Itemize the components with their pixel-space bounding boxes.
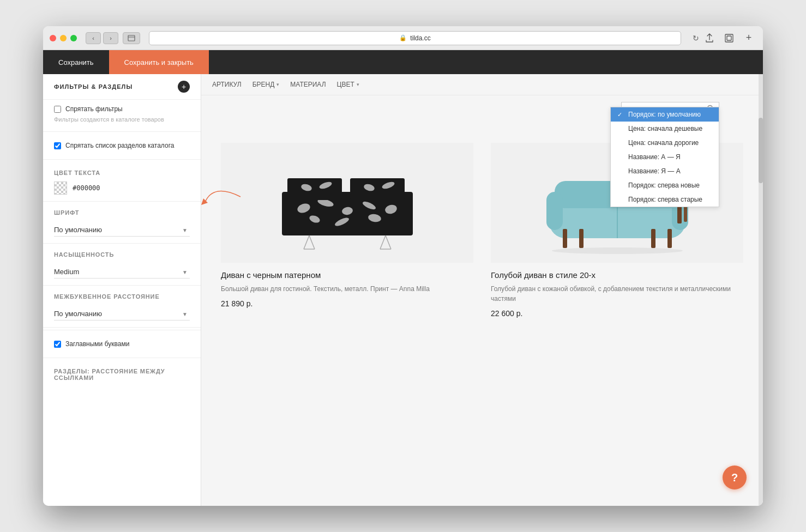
uppercase-label[interactable]: Заглавными буквами (65, 340, 129, 348)
sort-option-oldest-label: Порядок: сперва старые (628, 196, 702, 203)
divider-1 (43, 131, 201, 132)
svg-rect-3 (727, 36, 731, 40)
lock-icon: 🔒 (399, 34, 407, 41)
save-close-button[interactable]: Сохранить и закрыть (109, 50, 209, 74)
sort-option-name-az-label: Название: А — Я (628, 153, 681, 161)
toolbar-right: + (702, 32, 756, 44)
filter-brand[interactable]: БРЕНД ▾ (252, 78, 280, 90)
letter-spacing-select[interactable]: По умолчанию Малое Большое (54, 307, 190, 321)
product-price-1: 21 890 р. (221, 299, 473, 308)
svg-rect-39 (651, 229, 655, 248)
save-button[interactable]: Сохранить (43, 50, 109, 74)
editor-bar: Сохранить Сохранить и закрыть (43, 50, 763, 74)
color-row: #000000 (43, 179, 201, 202)
uppercase-row: Заглавными буквами (43, 332, 201, 351)
sort-option-default-label: Порядок: по умолчанию (628, 111, 701, 118)
filter-bar: АРТИКУЛ БРЕНД ▾ МАТЕРИАЛ ЦВЕТ ▾ (201, 74, 763, 95)
sections-distance-label: РАЗДЕЛЫ: РАССТОЯНИЕ МЕЖДУ ССЫЛКАМИ (43, 360, 201, 384)
help-button[interactable]: ? (723, 466, 747, 489)
font-select[interactable]: По умолчанию Arial Helvetica Georgia (54, 223, 190, 237)
product-desc-1: Большой диван для гостиной. Текстиль, ме… (221, 284, 473, 294)
maximize-button[interactable] (70, 35, 77, 41)
letter-spacing-select-wrapper: По умолчанию Малое Большое ▼ (54, 307, 190, 321)
sort-option-oldest[interactable]: Порядок: сперва старые (611, 192, 719, 207)
svg-point-42 (552, 247, 683, 254)
window-controls (50, 35, 77, 41)
filter-color-label: ЦВЕТ (337, 81, 354, 88)
sort-option-price-asc-label: Цена: сначала дешевые (628, 125, 702, 132)
divider-3 (43, 330, 201, 330)
saturation-select[interactable]: Medium Light High (54, 265, 190, 279)
hide-filters-checkbox[interactable] (54, 106, 61, 113)
sort-option-name-za[interactable]: Название: Я — А (611, 164, 719, 178)
svg-rect-18 (350, 178, 405, 200)
svg-rect-38 (579, 229, 584, 248)
preview-area: АРТИКУЛ БРЕНД ▾ МАТЕРИАЛ ЦВЕТ ▾ (201, 74, 763, 506)
saturation-select-row: Medium Light High ▼ (43, 261, 201, 286)
sort-option-price-desc-label: Цена: сначала дорогие (628, 139, 699, 147)
svg-rect-37 (667, 229, 672, 248)
sort-option-default[interactable]: ✓ Порядок: по умолчанию (611, 107, 719, 122)
svg-rect-36 (563, 229, 567, 248)
sort-option-price-desc[interactable]: Цена: сначала дорогие (611, 136, 719, 150)
add-filter-button[interactable]: + (178, 81, 190, 93)
saturation-select-wrapper: Medium Light High ▼ (54, 265, 190, 279)
saturation-label: НАСЫЩЕННОСТЬ (43, 244, 201, 261)
filter-material-label: МАТЕРИАЛ (290, 81, 326, 88)
title-bar: ‹ › 🔒 tilda.cc ↻ (43, 26, 763, 50)
filter-material[interactable]: МАТЕРИАЛ (290, 78, 326, 90)
product-card-1: Диван с черным патерном Большой диван дл… (212, 134, 482, 327)
color-value: #000000 (73, 184, 100, 192)
minimize-button[interactable] (60, 35, 67, 41)
filters-title: ФИЛЬТРЫ & РАЗДЕЛЫ (54, 83, 133, 90)
fullscreen-button[interactable] (721, 32, 737, 44)
sort-option-price-asc[interactable]: Цена: сначала дешевые (611, 122, 719, 136)
font-select-wrapper: По умолчанию Arial Helvetica Georgia ▼ (54, 223, 190, 237)
product-image-wrap-1 (221, 143, 473, 263)
nav-arrows: ‹ › (86, 32, 118, 44)
color-swatch[interactable] (54, 182, 67, 195)
sort-option-newest-label: Порядок: сперва новые (628, 182, 700, 189)
divider-4 (43, 358, 201, 358)
url-text: tilda.cc (410, 34, 430, 42)
font-label: ШРИФТ (43, 202, 201, 219)
filters-header: ФИЛЬТРЫ & РАЗДЕЛЫ + (43, 74, 201, 100)
sofa-bw-image (260, 148, 435, 257)
address-bar[interactable]: 🔒 tilda.cc (149, 31, 681, 45)
new-tab-button[interactable]: + (741, 32, 756, 44)
filter-articul[interactable]: АРТИКУЛ (212, 78, 242, 90)
product-desc-2: Голубой диван с кожаной обивкой, с добав… (491, 284, 743, 304)
letter-spacing-label: МЕЖБУКВЕННОЕ РАССТОЯНИЕ (43, 286, 201, 303)
divider-2 (43, 159, 201, 160)
mac-window: ‹ › 🔒 tilda.cc ↻ (43, 26, 763, 506)
sort-option-name-az[interactable]: Название: А — Я (611, 150, 719, 164)
svg-rect-17 (287, 178, 342, 200)
product-price-2: 22 600 р. (491, 309, 743, 318)
sort-option-newest[interactable]: Порядок: сперва новые (611, 178, 719, 192)
filters-hint: Фильтры создаются в каталоге товаров (43, 116, 201, 129)
tab-button[interactable] (123, 32, 140, 44)
checkmark-icon: ✓ (617, 111, 624, 118)
main-content: ФИЛЬТРЫ & РАЗДЕЛЫ + Спрятать фильтры Фил… (43, 74, 763, 506)
close-button[interactable] (50, 35, 56, 41)
uppercase-checkbox[interactable] (54, 341, 61, 348)
reload-button[interactable]: ↻ (690, 32, 702, 44)
chevron-down-icon: ▾ (276, 82, 279, 87)
svg-rect-32 (546, 192, 563, 230)
filter-color[interactable]: ЦВЕТ ▾ (337, 78, 359, 90)
sort-option-name-za-label: Название: Я — А (628, 167, 681, 175)
back-button[interactable]: ‹ (86, 32, 101, 44)
hide-sections-row: Спрятать список разделов каталога (43, 134, 201, 153)
svg-rect-0 (128, 35, 135, 41)
forward-button[interactable]: › (103, 32, 118, 44)
letter-spacing-select-row: По умолчанию Малое Большое ▼ (43, 303, 201, 328)
sidebar: ФИЛЬТРЫ & РАЗДЕЛЫ + Спрятать фильтры Фил… (43, 74, 201, 506)
filter-brand-label: БРЕНД (252, 81, 275, 88)
sort-dropdown: ✓ Порядок: по умолчанию Цена: сначала де… (610, 107, 719, 207)
scrollbar-thumb[interactable] (759, 118, 763, 183)
hide-filters-label[interactable]: Спрятать фильтры (65, 105, 123, 113)
share-button[interactable] (702, 32, 717, 44)
hide-sections-checkbox[interactable] (54, 142, 61, 149)
hide-sections-label[interactable]: Спрятать список разделов каталога (65, 142, 174, 149)
svg-rect-2 (725, 34, 733, 42)
